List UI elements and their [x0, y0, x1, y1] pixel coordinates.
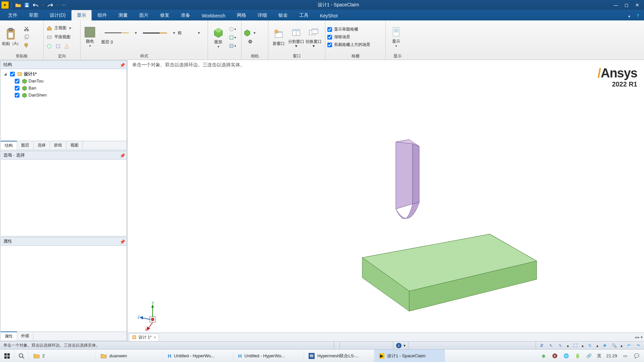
tab-sketch[interactable]: 草图: [23, 10, 44, 20]
tree-item-danshen[interactable]: DanShen: [2, 92, 125, 99]
split-window-button[interactable]: 分割窗口 ▾: [288, 22, 305, 53]
checkbox-fade-scene[interactable]: 渐暗场景: [327, 34, 370, 41]
tab-sheetmetal[interactable]: 钣金: [273, 10, 293, 20]
tab-workbench[interactable]: Workbench: [196, 11, 231, 20]
tab-facet[interactable]: 面片: [134, 10, 154, 20]
tab-display[interactable]: 显示: [71, 10, 92, 20]
search-button[interactable]: [14, 350, 29, 362]
tray-volume-icon[interactable]: 🔇: [551, 353, 558, 359]
copy-icon[interactable]: [23, 34, 30, 41]
tab-prepare[interactable]: 准备: [175, 10, 196, 20]
tab-design[interactable]: 设计(D): [44, 10, 71, 20]
open-icon[interactable]: [14, 1, 22, 9]
tree-item-dantou[interactable]: DanTou: [2, 77, 125, 84]
tray-notifications-icon[interactable]: 💬: [633, 353, 640, 359]
graphics-button[interactable]: 图形▾: [210, 22, 227, 53]
taskbar-item-hw1[interactable]: H Untitled - HyperWo...: [163, 350, 233, 362]
status-rotate-icon[interactable]: ↻: [587, 343, 593, 349]
taskbar-item-hw2[interactable]: H Untitled - HyperWo...: [233, 350, 304, 362]
pin-icon[interactable]: 📌: [120, 153, 124, 157]
ribbon-collapse-icon[interactable]: ▴: [626, 12, 633, 19]
tab-assembly[interactable]: 组件: [92, 10, 112, 20]
home-view-button[interactable]: 主视图 ▾: [46, 24, 72, 32]
orient-small-3[interactable]: [63, 43, 70, 50]
color-button[interactable]: 颜色▾: [83, 22, 97, 53]
clock[interactable]: 21:29: [606, 353, 617, 358]
close-tab-icon[interactable]: ×: [154, 335, 156, 340]
tab-nav-next[interactable]: ▸: [638, 335, 640, 340]
undo-icon[interactable]: [32, 1, 39, 9]
close-button[interactable]: ✕: [633, 1, 642, 9]
tab-nav-menu[interactable]: ▾: [641, 335, 643, 340]
tab-tools[interactable]: 工具: [294, 10, 314, 20]
subtab-appearance[interactable]: 外观: [17, 332, 34, 341]
status-undo-icon[interactable]: ↶: [626, 343, 632, 349]
plan-view-button[interactable]: 平面视图: [46, 34, 72, 41]
status-updown-icon[interactable]: ⇵: [539, 343, 545, 349]
redo-dropdown[interactable]: ▾: [55, 3, 60, 7]
viewport-3d[interactable]: 单击一个对象。双击以选择环边。三连击以选择实体。 /Ansys 2022 R1: [127, 60, 644, 341]
graphics-opt-2[interactable]: ▾: [229, 34, 236, 41]
linestyle-selector-2[interactable]: [140, 29, 170, 37]
model-plate[interactable]: [362, 234, 537, 311]
tree-root[interactable]: ◢ 设计1*: [2, 70, 125, 77]
redo-icon[interactable]: [47, 1, 54, 9]
subtab-selection[interactable]: 选择: [34, 141, 50, 150]
status-zoom-icon[interactable]: 🔍: [611, 343, 617, 349]
orientation-triad[interactable]: Y Z X: [138, 302, 168, 332]
pin-icon[interactable]: 📌: [120, 63, 124, 67]
pin-icon[interactable]: 📌: [120, 239, 124, 243]
linestyle-selector[interactable]: [101, 29, 132, 37]
tab-keyshot[interactable]: KeyShot: [315, 11, 343, 20]
taskbar-item-word[interactable]: W Hypermesh联合LS-...: [304, 350, 374, 362]
status-cursor-icon[interactable]: ↖: [548, 343, 554, 349]
tab-repair[interactable]: 修复: [155, 10, 175, 20]
status-move-icon[interactable]: ✥: [602, 343, 608, 349]
tab-measure[interactable]: 测量: [113, 10, 133, 20]
taskbar-item-folder2[interactable]: duanwen: [96, 350, 163, 362]
lineweight-dropdown[interactable]: ▾: [197, 31, 201, 35]
info-icon[interactable]: i: [396, 343, 401, 348]
orient-small-2[interactable]: [54, 43, 62, 50]
new-window-button[interactable]: 新窗口: [270, 22, 287, 53]
orient-small-1[interactable]: [46, 43, 53, 50]
tray-battery-icon[interactable]: 🔋: [574, 353, 581, 359]
camera-cube-icon[interactable]: [244, 29, 251, 37]
taskbar-item-folder1[interactable]: 2: [29, 350, 96, 362]
document-tab[interactable]: 设计 1* ×: [129, 334, 159, 341]
tab-nav-prev[interactable]: ◂: [635, 335, 637, 340]
save-icon[interactable]: [23, 1, 31, 9]
ime-indicator[interactable]: 英: [597, 353, 601, 359]
checkbox-show-sketch-grid[interactable]: 显示草图格栅: [327, 26, 370, 33]
start-button[interactable]: [0, 350, 14, 362]
status-cursor2-icon[interactable]: ↖: [557, 343, 564, 349]
tray-cloud-icon[interactable]: ◉: [540, 353, 547, 359]
subtab-groups[interactable]: 群组: [50, 141, 66, 150]
minimize-button[interactable]: —: [611, 1, 621, 9]
paste-button[interactable]: 粘贴（A）: [2, 22, 21, 53]
checkbox-clip-above-grid[interactable]: 剪裁格栅上方的场景: [327, 41, 370, 49]
show-button[interactable]: 显示▾: [388, 22, 405, 53]
help-icon[interactable]: ?: [635, 12, 641, 19]
taskbar-item-spaceclaim[interactable]: ▶ 设计1 - SpaceClaim: [374, 350, 445, 362]
graphics-opt-1[interactable]: ▾: [229, 25, 236, 33]
subtab-props[interactable]: 属性: [1, 331, 17, 341]
switch-window-button[interactable]: 切换窗口 ▾: [305, 22, 322, 53]
qat-customize[interactable]: ⋯: [61, 3, 66, 7]
subtab-layers[interactable]: 图层: [17, 141, 34, 150]
graphics-opt-3[interactable]: ▾: [229, 42, 236, 50]
chevron-down-icon[interactable]: ▾: [68, 26, 72, 31]
tray-network-icon[interactable]: 🌐: [563, 353, 570, 359]
tab-file[interactable]: 文件: [3, 10, 23, 20]
undo-dropdown[interactable]: ▾: [41, 3, 45, 7]
status-redo-icon[interactable]: ↷: [635, 343, 641, 349]
model-projectile[interactable]: [396, 140, 419, 219]
maximize-button[interactable]: ◻: [622, 1, 631, 9]
cut-icon[interactable]: [23, 25, 30, 33]
layer-selector[interactable]: 图层0: [101, 39, 201, 45]
subtab-structure[interactable]: 结构: [1, 141, 17, 150]
tree-item-ban[interactable]: Ban: [2, 84, 125, 92]
tab-detail[interactable]: 详细: [252, 10, 272, 20]
paint-icon[interactable]: [23, 42, 30, 49]
status-fit-icon[interactable]: ⛶: [572, 343, 578, 349]
